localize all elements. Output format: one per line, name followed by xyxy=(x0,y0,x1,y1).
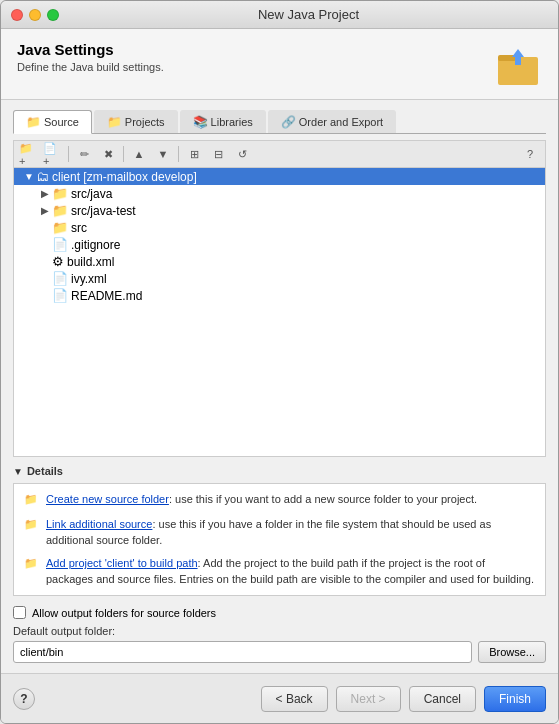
add-file-button[interactable]: 📄+ xyxy=(42,144,64,164)
tab-libraries[interactable]: 📚 Libraries xyxy=(180,110,266,133)
toolbar-help-button[interactable]: ? xyxy=(519,144,541,164)
detail-text-create-source-rest: : use this if you want to add a new sour… xyxy=(169,493,477,505)
readme-icon: 📄 xyxy=(52,288,68,303)
tab-order-export[interactable]: 🔗 Order and Export xyxy=(268,110,396,133)
minimize-button[interactable] xyxy=(29,9,41,21)
tab-projects-label: Projects xyxy=(125,116,165,128)
folder-icon-large xyxy=(494,41,542,89)
move-up-button[interactable]: ▲ xyxy=(128,144,150,164)
page-title: Java Settings xyxy=(17,41,164,58)
toolbar-sep-3 xyxy=(178,146,179,162)
add-folder-button[interactable]: 📁+ xyxy=(18,144,40,164)
add-project-icon: 📁 xyxy=(24,557,40,573)
root-folder-icon: 🗂 xyxy=(36,169,49,184)
tab-projects[interactable]: 📁 Projects xyxy=(94,110,178,133)
tree-label-readme: README.md xyxy=(71,289,142,303)
tab-source-label: Source xyxy=(44,116,79,128)
detail-text-create-source: Create new source folder: use this if yo… xyxy=(46,492,477,507)
create-source-link[interactable]: Create new source folder xyxy=(46,493,169,505)
tab-source[interactable]: 📁 Source xyxy=(13,110,92,134)
tree-arrow-src-java: ▶ xyxy=(38,188,52,199)
tree-label-root: client [zm-mailbox develop] xyxy=(52,170,197,184)
collapse-button[interactable]: ⊟ xyxy=(207,144,229,164)
cancel-button[interactable]: Cancel xyxy=(409,686,476,712)
expand-button[interactable]: ⊞ xyxy=(183,144,205,164)
main-window: New Java Project Java Settings Define th… xyxy=(0,0,559,724)
tab-libraries-label: Libraries xyxy=(211,116,253,128)
tree-item-build-xml[interactable]: ⚙ build.xml xyxy=(14,253,545,270)
page-subtitle: Define the Java build settings. xyxy=(17,61,164,73)
tree-item-src-java[interactable]: ▶ 📁 src/java xyxy=(14,185,545,202)
tree-item-gitignore[interactable]: 📄 .gitignore xyxy=(14,236,545,253)
tabs-bar: 📁 Source 📁 Projects 📚 Libraries 🔗 Order … xyxy=(13,110,546,134)
tree-item-ivy-xml[interactable]: 📄 ivy.xml xyxy=(14,270,545,287)
browse-button[interactable]: Browse... xyxy=(478,641,546,663)
header-text-block: Java Settings Define the Java build sett… xyxy=(17,41,164,73)
ivy-xml-icon: 📄 xyxy=(52,271,68,286)
tree-arrow-src-java-test: ▶ xyxy=(38,205,52,216)
detail-item-link-source: 📁 Link additional source: use this if yo… xyxy=(24,517,535,548)
src-icon: 📁 xyxy=(52,220,68,235)
tree-item-src[interactable]: 📁 src xyxy=(14,219,545,236)
output-folders-label[interactable]: Allow output folders for source folders xyxy=(32,607,216,619)
tree-label-gitignore: .gitignore xyxy=(71,238,120,252)
detail-item-add-project: 📁 Add project 'client' to build path: Ad… xyxy=(24,556,535,587)
tree-item-root[interactable]: ▼ 🗂 client [zm-mailbox develop] xyxy=(14,168,545,185)
titlebar: New Java Project xyxy=(1,1,558,29)
maximize-button[interactable] xyxy=(47,9,59,21)
refresh-button[interactable]: ↺ xyxy=(231,144,253,164)
traffic-lights xyxy=(11,9,59,21)
bottom-left: ? xyxy=(13,688,35,710)
details-section: ▼ Details 📁 Create new source folder: us… xyxy=(13,465,546,596)
tree-label-ivy-xml: ivy.xml xyxy=(71,272,107,286)
src-java-icon: 📁 xyxy=(52,186,68,201)
link-source-icon: 📁 xyxy=(24,518,40,534)
edit-button[interactable]: ✏ xyxy=(73,144,95,164)
bottom-right: < Back Next > Cancel Finish xyxy=(261,686,546,712)
output-folder-label: Default output folder: xyxy=(13,625,546,637)
output-folder-input[interactable] xyxy=(13,641,472,663)
detail-text-link-source: Link additional source: use this if you … xyxy=(46,517,535,548)
back-button[interactable]: < Back xyxy=(261,686,328,712)
details-body: 📁 Create new source folder: use this if … xyxy=(13,483,546,596)
add-project-link[interactable]: Add project 'client' to build path xyxy=(46,557,198,569)
move-down-button[interactable]: ▼ xyxy=(152,144,174,164)
link-source-link[interactable]: Link additional source xyxy=(46,518,152,530)
header-icon xyxy=(494,41,542,89)
window-title: New Java Project xyxy=(69,7,548,22)
gitignore-icon: 📄 xyxy=(52,237,68,252)
close-button[interactable] xyxy=(11,9,23,21)
tree-item-readme[interactable]: 📄 README.md xyxy=(14,287,545,304)
help-button[interactable]: ? xyxy=(13,688,35,710)
tree-arrow-root: ▼ xyxy=(22,171,36,182)
details-header[interactable]: ▼ Details xyxy=(13,465,546,477)
tree-item-src-java-test[interactable]: ▶ 📁 src/java-test xyxy=(14,202,545,219)
src-java-test-icon: 📁 xyxy=(52,203,68,218)
detail-text-add-project: Add project 'client' to build path: Add … xyxy=(46,556,535,587)
build-xml-icon: ⚙ xyxy=(52,254,64,269)
tree-label-src-java-test: src/java-test xyxy=(71,204,136,218)
finish-button[interactable]: Finish xyxy=(484,686,546,712)
source-toolbar: 📁+ 📄+ ✏ ✖ ▲ ▼ ⊞ ⊟ ↺ ? xyxy=(13,140,546,167)
source-tab-icon: 📁 xyxy=(26,115,41,129)
libraries-tab-icon: 📚 xyxy=(193,115,208,129)
toolbar-sep-2 xyxy=(123,146,124,162)
next-button[interactable]: Next > xyxy=(336,686,401,712)
content-area: 📁 Source 📁 Projects 📚 Libraries 🔗 Order … xyxy=(1,100,558,673)
tab-order-label: Order and Export xyxy=(299,116,383,128)
output-folders-checkbox[interactable] xyxy=(13,606,26,619)
output-folder-row: Browse... xyxy=(13,641,546,663)
details-collapse-arrow: ▼ xyxy=(13,466,23,477)
tree-label-build-xml: build.xml xyxy=(67,255,114,269)
tree-label-src: src xyxy=(71,221,87,235)
output-folders-checkbox-row: Allow output folders for source folders xyxy=(13,606,546,619)
toolbar-sep-1 xyxy=(68,146,69,162)
projects-tab-icon: 📁 xyxy=(107,115,122,129)
source-tree[interactable]: ▼ 🗂 client [zm-mailbox develop] ▶ 📁 src/… xyxy=(13,167,546,457)
order-tab-icon: 🔗 xyxy=(281,115,296,129)
bottom-bar: ? < Back Next > Cancel Finish xyxy=(1,673,558,723)
remove-button[interactable]: ✖ xyxy=(97,144,119,164)
header: Java Settings Define the Java build sett… xyxy=(1,29,558,100)
details-header-label: Details xyxy=(27,465,63,477)
detail-item-create-source: 📁 Create new source folder: use this if … xyxy=(24,492,535,509)
